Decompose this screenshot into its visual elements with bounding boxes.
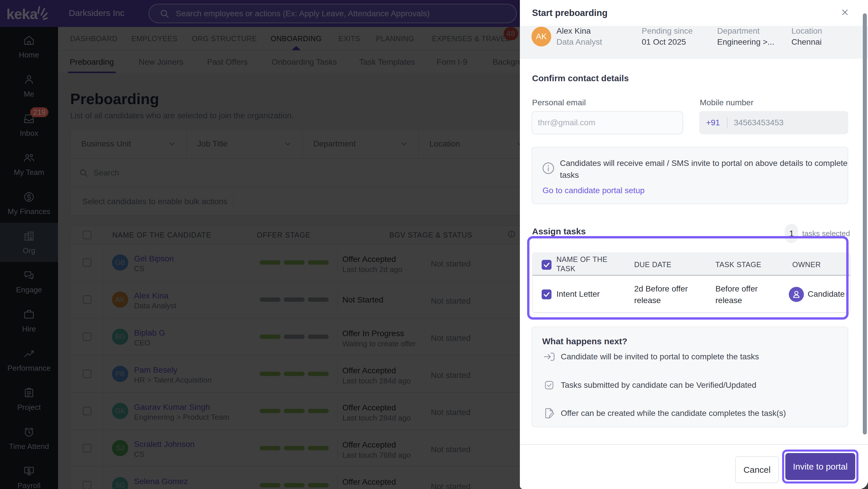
next-item-verify: Tasks submitted by candidate can be Veri… — [543, 379, 756, 392]
confirm-contact-heading: Confirm contact details — [532, 73, 629, 83]
task-column-stage: TASK STAGE — [715, 260, 761, 269]
personal-email-input[interactable] — [531, 111, 683, 134]
candidate-avatar: AK — [531, 27, 551, 46]
what-happens-next-title: What happens next? — [542, 336, 627, 346]
department-label: Department — [717, 26, 760, 36]
next-item-text: Candidate will be invited to portal to c… — [561, 352, 759, 361]
country-code: +91 — [706, 118, 720, 127]
task-column-owner: OWNER — [792, 260, 821, 269]
selected-count-badge: 1 — [785, 224, 798, 243]
select-all-tasks-checkbox[interactable] — [541, 260, 552, 270]
task-owner: Candidate — [808, 289, 845, 299]
owner-avatar-icon — [789, 287, 804, 302]
mobile-number-input[interactable]: +91 34563453453 — [699, 111, 848, 134]
start-preboarding-modal: Start preboarding AK Alex Kina Data Anal… — [520, 0, 868, 489]
candidate-role: Data Analyst — [556, 37, 602, 47]
candidate-summary: AK Alex Kina Data Analyst Pending since … — [520, 26, 868, 59]
assign-tasks-heading: Assign tasks — [532, 227, 586, 236]
selected-count-text: tasks selected — [802, 229, 850, 238]
next-item-text: Tasks submitted by candidate can be Veri… — [561, 381, 756, 390]
info-box: Candidates will receive email / SMS invi… — [531, 147, 848, 204]
info-icon — [542, 162, 555, 174]
what-happens-next-box: What happens next? Candidate will be inv… — [531, 327, 848, 427]
task-due-line2: release — [634, 296, 661, 305]
tasks-table-header: NAME OF THE TASK DUE DATE TASK STAGE OWN… — [533, 252, 850, 275]
next-item-offer: Offer can be created while the candidate… — [543, 407, 786, 420]
next-item-text: Offer can be created while the candidate… — [561, 409, 786, 418]
department-value: Engineering >... — [717, 37, 774, 47]
selected-count: 1 tasks selected — [785, 224, 850, 243]
location-value: Chennai — [792, 37, 822, 47]
invite-to-portal-button[interactable]: Invite to portal — [785, 453, 855, 480]
pending-since-value: 01 Oct 2025 — [642, 37, 686, 47]
task-stage-line2: release — [715, 296, 742, 305]
mobile-number-label: Mobile number — [700, 98, 753, 107]
mobile-number-value: 34563453453 — [734, 118, 783, 127]
offer-icon — [543, 407, 556, 420]
tasks-table: NAME OF THE TASK DUE DATE TASK STAGE OWN… — [532, 252, 850, 313]
invite-icon — [543, 350, 556, 363]
candidate-portal-setup-link[interactable]: Go to candidate portal setup — [542, 186, 645, 195]
task-due-line1: 2d Before offer — [634, 284, 688, 294]
task-stage-line1: Before offer — [715, 284, 758, 294]
modal-title: Start preboarding — [532, 8, 608, 18]
task-checkbox[interactable] — [541, 289, 552, 299]
close-icon[interactable] — [841, 8, 849, 16]
task-column-due: DUE DATE — [634, 260, 672, 269]
info-text: Candidates will receive email / SMS invi… — [560, 157, 854, 181]
pending-since-label: Pending since — [642, 26, 693, 36]
candidate-name: Alex Kina — [556, 26, 591, 36]
next-item-invite: Candidate will be invited to portal to c… — [543, 350, 759, 363]
cancel-button[interactable]: Cancel — [735, 456, 779, 483]
verify-icon — [543, 379, 556, 392]
task-row: Intent Letter 2d Before offer release Be… — [533, 275, 850, 313]
modal-scrollbar[interactable] — [863, 13, 867, 434]
personal-email-label: Personal email — [532, 98, 586, 107]
task-column-name: NAME OF THE TASK — [556, 255, 615, 273]
task-name: Intent Letter — [556, 289, 600, 299]
location-label: Location — [792, 26, 822, 36]
divider — [727, 117, 727, 129]
